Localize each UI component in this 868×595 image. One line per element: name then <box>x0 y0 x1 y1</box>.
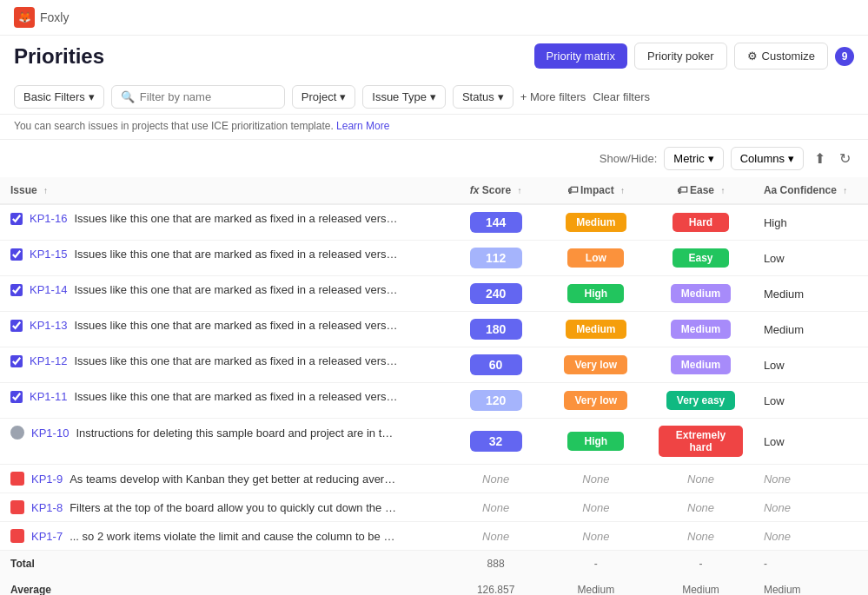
col-header-issue[interactable]: Issue ↑ <box>0 177 448 204</box>
col-header-ease[interactable]: 🏷 Ease ↑ <box>648 177 753 204</box>
confidence-none: None <box>764 501 791 514</box>
priority-poker-button[interactable]: Priority poker <box>634 43 727 69</box>
ease-cell: None <box>648 522 753 551</box>
table-row: KP1-16Issues like this one that are mark… <box>0 204 868 241</box>
issue-id: KP1-8 <box>31 501 63 514</box>
confidence-cell: Low <box>753 241 868 276</box>
ease-cell: None <box>648 493 753 522</box>
score-badge: 240 <box>470 283 522 304</box>
customize-button[interactable]: ⚙ Customize <box>734 43 828 69</box>
status-filter-button[interactable]: Status ▾ <box>453 85 514 109</box>
show-hide-label: Show/Hide: <box>600 152 657 165</box>
score-cell: None <box>448 522 544 551</box>
status-icon <box>10 426 24 440</box>
logo-area: 🦊 Foxly <box>14 7 69 28</box>
confidence-cell: None <box>753 522 868 551</box>
sort-icon: ↑ <box>43 186 48 195</box>
issue-id: KP1-10 <box>31 426 69 440</box>
score-badge: 120 <box>470 390 522 411</box>
issue-type-filter-button[interactable]: Issue Type ▾ <box>362 85 446 109</box>
sort-icon: ↑ <box>843 186 847 195</box>
sort-icon: ↑ <box>620 186 625 195</box>
col-header-confidence[interactable]: Aa Confidence ↑ <box>753 177 868 204</box>
row-checkbox[interactable] <box>10 391 23 403</box>
search-input[interactable] <box>140 90 270 103</box>
table-row: KP1-12Issues like this one that are mark… <box>0 347 868 383</box>
more-filters-button[interactable]: + More filters <box>520 90 586 103</box>
confidence-cell: Medium <box>753 312 868 347</box>
export-button[interactable]: ⬆ <box>811 147 829 170</box>
score-none: None <box>482 473 509 486</box>
ease-cell: Medium <box>648 312 753 347</box>
ease-cell: Medium <box>648 276 753 312</box>
row-checkbox[interactable] <box>10 213 23 225</box>
chevron-down-icon: ▾ <box>708 152 714 165</box>
chevron-down-icon: ▾ <box>498 90 504 103</box>
help-badge[interactable]: 9 <box>835 47 854 66</box>
issue-text: Issues like this one that are marked as … <box>74 248 398 261</box>
score-cell: 120 <box>448 383 544 419</box>
issue-id: KP1-12 <box>30 354 67 367</box>
search-field[interactable]: 🔍 <box>111 85 285 109</box>
sort-icon: ↑ <box>517 186 521 195</box>
confidence-none: None <box>764 473 791 486</box>
row-checkbox[interactable] <box>10 355 23 367</box>
impact-cell: High <box>543 419 648 465</box>
average-label: Average <box>0 577 448 595</box>
refresh-button[interactable]: ↻ <box>836 147 854 170</box>
score-none: None <box>482 501 509 514</box>
priority-matrix-button[interactable]: Priority matrix <box>534 43 627 69</box>
table-row: KP1-10Instructions for deleting this sam… <box>0 419 868 465</box>
impact-tag: High <box>567 432 624 451</box>
total-impact: - <box>543 551 648 578</box>
clear-filters-button[interactable]: Clear filters <box>593 90 650 103</box>
score-badge: 112 <box>470 248 522 268</box>
score-none: None <box>482 530 509 543</box>
score-cell: 32 <box>448 419 544 465</box>
issue-text: Filters at the top of the board allow yo… <box>70 501 398 514</box>
issue-text: ... so 2 work items violate the limit an… <box>70 530 398 543</box>
ease-none: None <box>687 530 714 543</box>
show-hide-bar: Show/Hide: Metric ▾ Columns ▾ ⬆ ↻ <box>0 140 868 177</box>
average-ease: Medium <box>648 577 753 595</box>
issue-text: As teams develop with Kanban they get be… <box>70 473 398 486</box>
row-checkbox[interactable] <box>10 320 23 332</box>
impact-tag: Low <box>567 248 624 268</box>
table-row: KP1-14Issues like this one that are mark… <box>0 276 868 312</box>
search-icon: 🔍 <box>121 90 135 103</box>
table-row: KP1-7... so 2 work items violate the lim… <box>0 522 868 551</box>
project-filter-button[interactable]: Project ▾ <box>292 85 355 109</box>
priorities-table: Issue ↑ fx Score ↑ 🏷 Impact ↑ 🏷 Ease <box>0 177 868 595</box>
table-header-row: Issue ↑ fx Score ↑ 🏷 Impact ↑ 🏷 Ease <box>0 177 868 204</box>
issue-id: KP1-13 <box>30 319 67 332</box>
score-cell: 240 <box>448 276 544 312</box>
ease-cell: None <box>648 465 753 493</box>
col-header-impact[interactable]: 🏷 Impact ↑ <box>543 177 648 204</box>
average-confidence: Medium <box>753 577 868 595</box>
total-confidence: - <box>753 551 868 578</box>
row-checkbox[interactable] <box>10 248 23 261</box>
confidence-cell: Medium <box>753 276 868 312</box>
issue-text: Issues like this one that are marked as … <box>74 390 398 403</box>
chevron-down-icon: ▾ <box>430 90 436 103</box>
score-badge: 32 <box>470 431 522 452</box>
impact-cell: None <box>543 493 648 522</box>
col-header-score[interactable]: fx Score ↑ <box>448 177 544 204</box>
ease-tag: Medium <box>671 355 731 374</box>
page-title: Priorities <box>14 44 104 69</box>
basic-filters-button[interactable]: Basic Filters ▾ <box>14 85 104 109</box>
columns-dropdown-button[interactable]: Columns ▾ <box>731 147 804 170</box>
impact-none: None <box>582 501 609 514</box>
metric-dropdown-button[interactable]: Metric ▾ <box>664 147 723 170</box>
table-row: KP1-11Issues like this one that are mark… <box>0 383 868 419</box>
app-logo-icon: 🦊 <box>14 7 35 28</box>
impact-tag: Medium <box>566 213 626 232</box>
row-checkbox[interactable] <box>10 284 23 296</box>
chevron-down-icon: ▾ <box>788 152 794 165</box>
ease-cell: Very easy <box>648 383 753 419</box>
learn-more-link[interactable]: Learn More <box>336 120 389 132</box>
score-badge: 60 <box>470 354 522 375</box>
score-badge: 144 <box>470 212 522 233</box>
ease-cell: Hard <box>648 204 753 241</box>
ease-none: None <box>687 501 714 514</box>
